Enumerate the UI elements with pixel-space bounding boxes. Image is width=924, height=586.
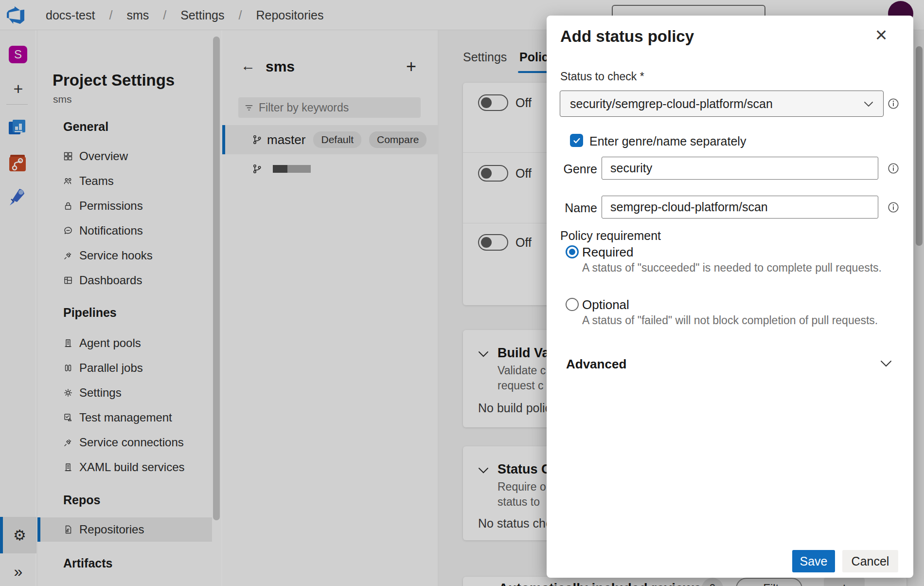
optional-description: A status of "failed" will not block comp… (582, 314, 878, 327)
required-label[interactable]: Required (582, 245, 634, 260)
azure-devops-app: docs-test / sms / Settings / Repositorie… (0, 0, 924, 586)
save-button[interactable]: Save (792, 550, 835, 572)
checkbox-label[interactable]: Enter genre/name separately (589, 134, 746, 148)
close-icon[interactable]: × (871, 24, 892, 46)
genre-label: Genre (560, 162, 597, 176)
info-icon[interactable] (887, 97, 900, 110)
required-description: A status of "succeeded" is needed to com… (582, 261, 882, 275)
radio-dot (569, 249, 575, 255)
optional-radio[interactable] (566, 298, 579, 311)
status-to-check-value: security/semgrep-cloud-platform/scan (570, 97, 773, 111)
dialog-title: Add status policy (560, 27, 694, 46)
info-icon[interactable] (887, 201, 900, 214)
name-label: Name (560, 201, 597, 215)
genre-field[interactable] (602, 157, 878, 180)
advanced-section-toggle[interactable]: Advanced (566, 357, 626, 372)
info-icon[interactable] (887, 162, 900, 175)
policy-requirement-heading: Policy requirement (560, 229, 661, 243)
chevron-down-icon (864, 101, 873, 107)
optional-label[interactable]: Optional (582, 297, 629, 312)
status-to-check-label: Status to check * (560, 70, 644, 83)
required-radio[interactable] (566, 245, 579, 258)
separate-genre-name-checkbox[interactable] (570, 134, 583, 147)
checkmark-icon (572, 136, 581, 145)
status-to-check-dropdown[interactable]: security/semgrep-cloud-platform/scan (560, 91, 884, 117)
name-field[interactable] (602, 196, 878, 219)
cancel-button[interactable]: Cancel (842, 550, 898, 572)
chevron-down-icon[interactable] (880, 360, 892, 367)
add-status-policy-dialog: Add status policy × Status to check * se… (547, 16, 913, 578)
